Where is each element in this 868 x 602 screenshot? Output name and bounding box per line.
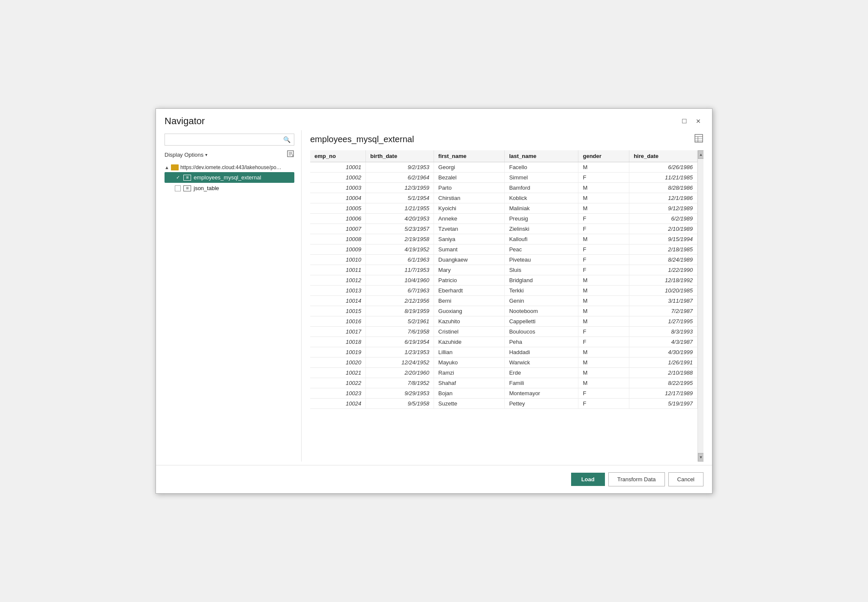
table-cell: Pettey — [505, 399, 578, 409]
table-cell: 4/19/1952 — [366, 244, 434, 255]
tree-item-label-json: json_table — [194, 185, 219, 191]
tree-item-employees[interactable]: ✓ ⊞ employees_mysql_external — [165, 172, 294, 183]
table-cell: Kazuhito — [434, 316, 505, 327]
maximize-button[interactable]: ☐ — [679, 117, 690, 125]
display-options-button[interactable]: Display Options ▾ — [165, 152, 207, 158]
table-cell: 4/3/1987 — [629, 337, 697, 347]
table-cell: 10002 — [310, 173, 366, 183]
scroll-up-button[interactable]: ▲ — [698, 150, 703, 159]
table-cell: 6/7/1963 — [366, 286, 434, 296]
table-cell: 5/23/1957 — [366, 224, 434, 234]
table-row: 100106/1/1963DuangkaewPiveteauF8/24/1989 — [310, 255, 697, 265]
table-cell: 2/10/1989 — [629, 224, 697, 234]
table-cell: Bouloucos — [505, 327, 578, 337]
table-cell: 2/10/1988 — [629, 368, 697, 378]
scroll-down-button[interactable]: ▼ — [698, 453, 703, 462]
table-row: 100191/23/1953LillianHaddadiM4/30/1999 — [310, 347, 697, 358]
col-header-gender: gender — [578, 150, 629, 162]
left-panel: 🔍 Display Options ▾ — [165, 130, 302, 462]
dialog-title: Navigator — [165, 116, 205, 127]
table-cell: 1/23/1953 — [366, 347, 434, 358]
table-cell: Nooteboom — [505, 306, 578, 316]
table-row: 100239/29/1953BojanMontemayorF12/17/1989 — [310, 388, 697, 399]
table-cell: 7/8/1952 — [366, 378, 434, 388]
col-header-emp_no: emp_no — [310, 150, 366, 162]
checkbox-employees[interactable]: ✓ — [175, 175, 181, 181]
table-scroll-container: emp_no birth_date first_name last_name g… — [310, 150, 703, 462]
table-container[interactable]: emp_no birth_date first_name last_name g… — [310, 150, 697, 462]
table-cell: F — [578, 337, 629, 347]
table-cell: M — [578, 347, 629, 358]
table-cell: Bamford — [505, 183, 578, 193]
table-cell: Duangkaew — [434, 255, 505, 265]
tree-item-label-employees: employees_mysql_external — [194, 174, 261, 181]
table-cell: 8/19/1959 — [366, 306, 434, 316]
table-row: 100186/19/1954KazuhidePehaF4/3/1987 — [310, 337, 697, 347]
table-cell: Warwick — [505, 358, 578, 368]
table-cell: 4/20/1953 — [366, 214, 434, 224]
folder-icon — [171, 164, 179, 170]
table-cell: M — [578, 275, 629, 286]
cancel-button[interactable]: Cancel — [668, 472, 703, 486]
preview-icon-button[interactable] — [694, 134, 703, 145]
table-body: 100019/2/1953GeorgiFacelloM6/26/19861000… — [310, 162, 697, 409]
table-cell: Montemayor — [505, 388, 578, 399]
table-cell: Cristinel — [434, 327, 505, 337]
table-cell: 12/3/1959 — [366, 183, 434, 193]
table-cell: 8/24/1989 — [629, 255, 697, 265]
table-cell: 10/4/1960 — [366, 275, 434, 286]
table-cell: 10019 — [310, 347, 366, 358]
table-cell: Facello — [505, 162, 578, 173]
table-row: 1000312/3/1959PartoBamfordM8/28/1986 — [310, 183, 697, 193]
checkbox-json[interactable] — [175, 185, 181, 191]
col-header-birth_date: birth_date — [366, 150, 434, 162]
table-cell: Tzvetan — [434, 224, 505, 234]
table-cell: Georgi — [434, 162, 505, 173]
table-cell: Bojan — [434, 388, 505, 399]
search-input[interactable] — [165, 134, 280, 145]
table-cell: 8/3/1993 — [629, 327, 697, 337]
table-row: 100136/7/1963EberhardtTerkkiM10/20/1985 — [310, 286, 697, 296]
table-cell: 12/18/1992 — [629, 275, 697, 286]
table-cell: 9/29/1953 — [366, 388, 434, 399]
col-header-last_name: last_name — [505, 150, 578, 162]
tree-folder[interactable]: ▲ https://dev.iomete.cloud:443/lakehouse… — [165, 163, 294, 172]
table-cell: 10020 — [310, 358, 366, 368]
transform-data-button[interactable]: Transform Data — [608, 472, 665, 486]
tree-item-json[interactable]: ⊞ json_table — [165, 183, 294, 194]
transfer-icon-button[interactable] — [287, 150, 294, 159]
right-panel: employees_mysql_external — [302, 130, 703, 462]
table-row: 100227/8/1952ShahafFamiliM8/22/1995 — [310, 378, 697, 388]
table-cell: 10022 — [310, 378, 366, 388]
load-button[interactable]: Load — [571, 473, 605, 486]
table-cell: Patricio — [434, 275, 505, 286]
navigator-dialog: Navigator ☐ ✕ 🔍 Display Options ▾ — [156, 108, 712, 494]
table-cell: Famili — [505, 378, 578, 388]
search-icon: 🔍 — [280, 134, 294, 145]
table-cell: Eberhardt — [434, 286, 505, 296]
vertical-scrollbar[interactable]: ▲ ▼ — [697, 150, 703, 462]
table-cell: M — [578, 286, 629, 296]
table-cell: 6/2/1989 — [629, 214, 697, 224]
table-row: 1001210/4/1960PatricioBridglandM12/18/19… — [310, 275, 697, 286]
table-cell: Kazuhide — [434, 337, 505, 347]
folder-label: https://dev.iomete.cloud:443/lakehouse/p… — [180, 164, 283, 170]
preview-title: employees_mysql_external — [310, 134, 414, 144]
table-cell: 10018 — [310, 337, 366, 347]
close-button[interactable]: ✕ — [693, 117, 703, 125]
table-cell: 10017 — [310, 327, 366, 337]
table-cell: Cappelletti — [505, 316, 578, 327]
table-row: 100026/2/1964BezalelSimmelF11/21/1985 — [310, 173, 697, 183]
table-cell: M — [578, 183, 629, 193]
content-area: 🔍 Display Options ▾ — [156, 130, 712, 462]
table-cell: Sluis — [505, 265, 578, 275]
table-cell: Lillian — [434, 347, 505, 358]
table-cell: Sumant — [434, 244, 505, 255]
table-cell: 2/20/1960 — [366, 368, 434, 378]
data-table: emp_no birth_date first_name last_name g… — [310, 150, 697, 409]
table-icon-employees: ⊞ — [183, 175, 191, 181]
table-cell: 10015 — [310, 306, 366, 316]
table-cell: Mary — [434, 265, 505, 275]
table-row: 100158/19/1959GuoxiangNooteboomM7/2/1987 — [310, 306, 697, 316]
table-row: 100051/21/1955KyoichiMaliniakM9/12/1989 — [310, 203, 697, 214]
